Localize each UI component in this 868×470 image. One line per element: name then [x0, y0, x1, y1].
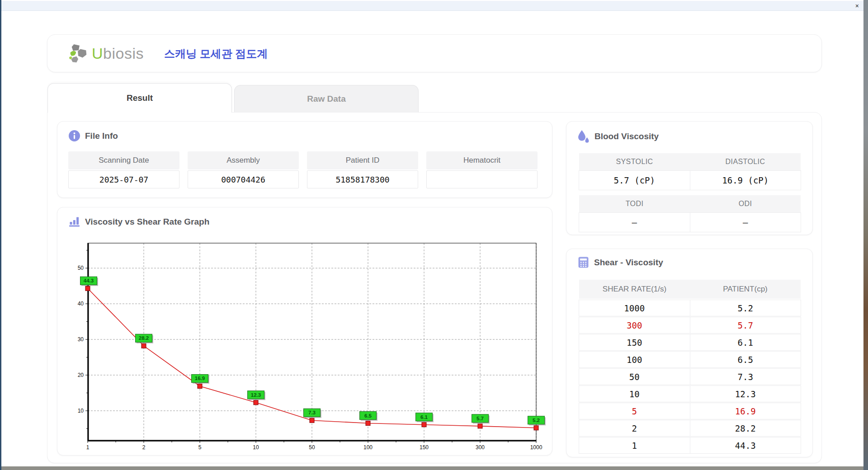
- cell-shear-rate: 10: [579, 386, 690, 402]
- file-info-title: File Info: [85, 131, 118, 141]
- column-header: TODI: [579, 195, 690, 212]
- table-row: 507.3: [579, 369, 801, 385]
- window-titlebar: ×: [1, 1, 863, 11]
- svg-text:7.3: 7.3: [308, 410, 316, 415]
- file-info-header: File Info: [68, 130, 118, 142]
- table-row: 3005.7: [579, 317, 801, 333]
- cell-patient: 5.7: [690, 317, 801, 333]
- cell-shear-rate: 100: [579, 352, 690, 367]
- cell-patient: 12.3: [690, 386, 801, 402]
- graph-title: Viscosity vs Shear Rate Graph: [85, 217, 209, 227]
- cell-value: 5.7 (cP): [579, 171, 690, 190]
- svg-text:12.3: 12.3: [251, 392, 261, 398]
- tab-raw-data[interactable]: Raw Data: [234, 85, 419, 112]
- column-header: PATIENT(cp): [690, 280, 801, 299]
- svg-text:1000: 1000: [530, 444, 542, 451]
- svg-text:100: 100: [363, 444, 373, 451]
- table-row: ––: [579, 213, 801, 232]
- cell-shear-rate: 1: [579, 437, 690, 453]
- desktop-edge-sliver: [863, 0, 868, 470]
- svg-text:1: 1: [86, 444, 90, 451]
- file-info-card: File Info Scanning Date2025-07-07Assembl…: [57, 121, 552, 198]
- table-row: 1012.3: [579, 386, 801, 402]
- file-info-field: Scanning Date2025-07-07: [68, 151, 179, 188]
- table-header-row: TODIODI: [579, 195, 801, 212]
- svg-text:44.3: 44.3: [84, 278, 94, 283]
- svg-text:40: 40: [78, 301, 84, 307]
- field-label: Patient ID: [307, 151, 418, 169]
- info-icon: [68, 130, 80, 142]
- window-left-border: [0, 0, 1, 470]
- table-row: 228.2: [579, 420, 801, 436]
- table-row: 516.9: [579, 403, 801, 419]
- table-row: 1006.5: [579, 352, 801, 367]
- cell-patient: 44.3: [690, 437, 801, 453]
- blood-viscosity-table: SYSTOLICDIASTOLIC5.7 (cP)16.9 (cP)TODIOD…: [579, 153, 801, 232]
- blood-viscosity-card: Blood Viscosity SYSTOLICDIASTOLIC5.7 (cP…: [566, 121, 813, 235]
- tab-result[interactable]: Result: [47, 83, 232, 113]
- graph-card: Viscosity vs Shear Rate Graph 1251050100…: [57, 207, 552, 456]
- table-header-row: SYSTOLICDIASTOLIC: [579, 153, 801, 170]
- field-value: 51858178300: [307, 170, 418, 188]
- cell-shear-rate: 2: [579, 420, 690, 436]
- cell-patient: 6.5: [690, 352, 801, 367]
- cell-shear-rate: 50: [579, 369, 690, 385]
- column-header: SHEAR RATE(1/s): [579, 280, 690, 299]
- file-info-field: Assembly000704426: [188, 151, 299, 188]
- field-value: [426, 170, 538, 188]
- logo-wordmark: Ubiosis: [92, 45, 144, 62]
- svg-text:5.2: 5.2: [533, 418, 540, 423]
- svg-text:5.7: 5.7: [476, 416, 484, 421]
- svg-text:28.2: 28.2: [139, 335, 149, 341]
- table-section-gap: [579, 190, 801, 195]
- svg-text:50: 50: [78, 265, 84, 271]
- close-icon[interactable]: ×: [855, 2, 859, 10]
- desktop-bottom-strip: [0, 466, 868, 470]
- table-row: 144.3: [579, 437, 801, 453]
- field-label: Scanning Date: [68, 151, 179, 169]
- viscosity-chart-svg: 12510501001503001000102030405044.328.216…: [64, 235, 547, 451]
- shear-viscosity-title: Shear - Viscosity: [594, 258, 663, 268]
- svg-text:16.9: 16.9: [195, 376, 205, 381]
- svg-text:6.1: 6.1: [420, 414, 428, 420]
- tabs: ResultRaw Data: [47, 83, 421, 112]
- file-info-field: Hematocrit: [426, 151, 538, 188]
- field-value: 000704426: [188, 170, 299, 188]
- cell-shear-rate: 300: [579, 317, 690, 333]
- graph-header: Viscosity vs Shear Rate Graph: [68, 216, 209, 228]
- svg-text:20: 20: [78, 372, 84, 378]
- blood-viscosity-header: Blood Viscosity: [577, 130, 659, 143]
- table-row: 1506.1: [579, 334, 801, 350]
- svg-text:2: 2: [142, 444, 146, 451]
- field-value: 2025-07-07: [68, 170, 179, 188]
- viscosity-chart: 12510501001503001000102030405044.328.216…: [64, 235, 547, 451]
- table-row: 5.7 (cP)16.9 (cP): [579, 171, 801, 190]
- svg-text:6.5: 6.5: [364, 413, 372, 418]
- calculator-icon: [577, 256, 590, 268]
- shear-viscosity-table: SHEAR RATE(1/s)PATIENT(cp)10005.23005.71…: [579, 280, 801, 453]
- cell-patient: 16.9: [690, 403, 801, 419]
- table-row: 10005.2: [579, 300, 801, 316]
- file-info-field: Patient ID51858178300: [307, 151, 418, 188]
- ubiosis-logo: Ubiosis: [68, 43, 144, 64]
- svg-text:30: 30: [78, 336, 84, 343]
- svg-text:300: 300: [476, 444, 485, 451]
- bar-chart-icon: [68, 216, 80, 228]
- header-card: Ubiosis 스캐닝 모세관 점도계: [47, 34, 822, 72]
- svg-text:150: 150: [420, 444, 429, 451]
- column-header: DIASTOLIC: [690, 153, 801, 170]
- column-header: ODI: [690, 195, 801, 212]
- cell-patient: 28.2: [690, 420, 801, 436]
- blood-viscosity-title: Blood Viscosity: [594, 132, 659, 141]
- shear-viscosity-header: Shear - Viscosity: [577, 256, 663, 268]
- ubiosis-logo-icon: [68, 43, 89, 64]
- cell-shear-rate: 5: [579, 403, 690, 419]
- cell-shear-rate: 1000: [579, 300, 690, 316]
- app-title-korean: 스캐닝 모세관 점도계: [164, 47, 268, 61]
- table-header-row: SHEAR RATE(1/s)PATIENT(cp): [579, 280, 801, 299]
- svg-text:10: 10: [78, 408, 84, 414]
- field-label: Assembly: [188, 151, 299, 169]
- svg-text:10: 10: [253, 444, 259, 451]
- file-info-fields: Scanning Date2025-07-07Assembly000704426…: [68, 151, 546, 188]
- svg-text:5: 5: [198, 444, 202, 451]
